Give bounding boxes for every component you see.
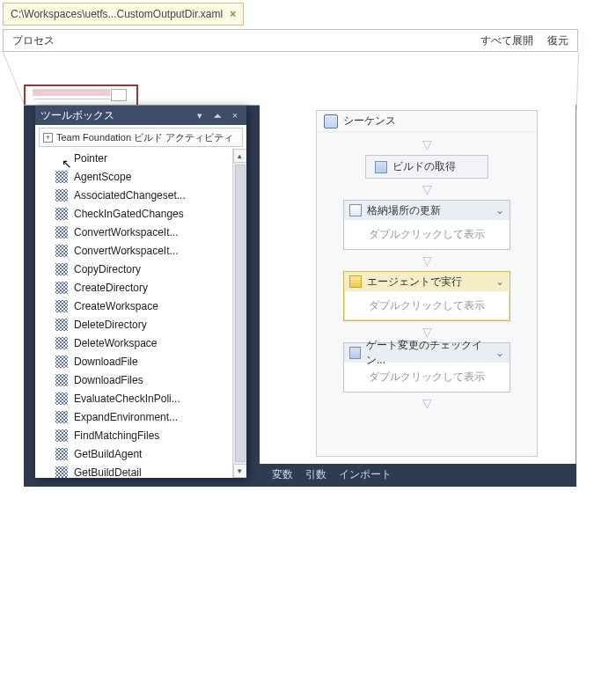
toolbox-group-header[interactable]: + Team Foundation ビルド アクティビティ <box>39 128 243 147</box>
activity-icon <box>55 410 69 424</box>
pin-icon[interactable]: ⏶ <box>211 110 224 121</box>
chevron-down-icon[interactable]: ⌄ <box>495 275 504 288</box>
toolbox-item[interactable]: CreateWorkspace <box>35 297 232 315</box>
sequence-label: シーケンス <box>343 114 396 128</box>
close-icon[interactable]: × <box>229 110 241 121</box>
activity-label: 格納場所の更新 <box>367 203 441 218</box>
connector-line <box>576 52 579 111</box>
toolbox-titlebar[interactable]: ツールボックス ▾ ⏶ × <box>35 106 246 125</box>
connector-arrow-icon: ▽ <box>422 182 432 196</box>
expand-icon[interactable]: + <box>43 133 53 143</box>
close-tab-icon[interactable]: × <box>230 8 236 20</box>
tab-variables[interactable]: 変数 <box>272 467 293 482</box>
connector-arrow-icon: ▽ <box>422 253 432 268</box>
toolbox-title-label: ツールボックス <box>40 108 114 123</box>
sequence-container[interactable]: シーケンス ▽ ビルドの取得 ▽ 格納場所の更新 ⌄ ダブルクリックして表示 ▽ <box>316 110 538 457</box>
toolbox-item[interactable]: CopyDirectory <box>35 260 232 278</box>
activity-hint: ダブルクリックして表示 <box>344 220 510 249</box>
activity-label: エージェントで実行 <box>367 275 462 290</box>
toolbox-item-label: AgentScope <box>74 171 131 183</box>
connector-arrow-icon: ▽ <box>422 325 432 339</box>
activity-icon <box>55 225 69 239</box>
document-tab[interactable]: C:\Workspaces\uetfs...CustomOutputDir.xa… <box>3 3 244 26</box>
toolbox-item-label: ExpandEnvironment... <box>74 411 178 423</box>
toolbox-scrollbar[interactable]: ▴ ▾ <box>232 149 246 478</box>
activity-icon <box>55 447 69 461</box>
activity-icon <box>55 170 69 184</box>
toolbox-item-label: CheckInGatedChanges <box>74 208 184 220</box>
toolbox-item-label: AssociatedChangeset... <box>74 189 186 202</box>
expand-all-button[interactable]: すべて展開 <box>480 33 533 48</box>
toolbox-item-label: Pointer <box>74 152 107 165</box>
document-tab-filename: C:\Workspaces\uetfs...CustomOutputDir.xa… <box>11 8 223 20</box>
activity-get-build[interactable]: ビルドの取得 <box>365 155 488 179</box>
toolbox-item[interactable]: Pointer <box>35 149 232 167</box>
toolbox-item-label: DeleteWorkspace <box>74 337 158 349</box>
activity-icon <box>349 204 362 216</box>
toolbox-item[interactable]: DeleteWorkspace <box>35 334 232 352</box>
mini-preview <box>24 84 138 106</box>
activity-storage-update[interactable]: 格納場所の更新 ⌄ ダブルクリックして表示 <box>343 200 510 250</box>
scroll-up-icon[interactable]: ▴ <box>233 149 247 163</box>
toolbox-item-label: ConvertWorkspaceIt... <box>74 226 179 238</box>
toolbox-group-label: Team Foundation ビルド アクティビティ <box>56 131 233 144</box>
toolbox-item[interactable]: AssociatedChangeset... <box>35 186 232 204</box>
toolbox-item[interactable]: DeleteDirectory <box>35 315 232 334</box>
toolbox-item[interactable]: GetBuildAgent <box>35 444 232 463</box>
activity-icon <box>55 244 69 258</box>
activity-icon <box>55 262 69 276</box>
toolbox-item[interactable]: DownloadFiles <box>35 371 232 389</box>
toolbox-item[interactable]: CheckInGatedChanges <box>35 204 232 223</box>
toolbox-item-label: GetBuildAgent <box>74 448 142 460</box>
toolbox-item[interactable]: DownloadFile <box>35 352 232 371</box>
pointer-icon <box>55 151 69 165</box>
activity-icon <box>55 392 69 406</box>
activity-gate-checkin[interactable]: ゲート変更のチェックイン... ⌄ ダブルクリックして表示 <box>343 342 510 393</box>
chevron-down-icon[interactable]: ⌄ <box>495 347 504 359</box>
dropdown-icon[interactable]: ▾ <box>194 110 206 121</box>
toolbox-item[interactable]: EvaluateCheckInPoli... <box>35 389 232 407</box>
tab-arguments[interactable]: 引数 <box>305 467 326 482</box>
activity-icon <box>55 299 69 313</box>
designer-bottom-tabs: 変数 引数 インポート <box>260 464 576 485</box>
scroll-down-icon[interactable]: ▾ <box>233 464 247 478</box>
scroll-thumb[interactable] <box>235 165 246 462</box>
sequence-header[interactable]: シーケンス <box>317 111 537 132</box>
toolbox-item-label: ConvertWorkspaceIt... <box>74 245 179 257</box>
toolbox-items-list: PointerAgentScopeAssociatedChangeset...C… <box>35 149 232 478</box>
activity-agent-run[interactable]: エージェントで実行 ⌄ ダブルクリックして表示 <box>343 271 510 321</box>
toolbox-item-label: CopyDirectory <box>74 263 141 275</box>
chevron-down-icon[interactable]: ⌄ <box>495 204 504 216</box>
activity-icon <box>349 275 362 288</box>
activity-icon <box>55 207 69 221</box>
toolbox-item[interactable]: FindMatchingFiles <box>35 426 232 444</box>
activity-hint: ダブルクリックして表示 <box>344 363 510 392</box>
activity-icon <box>55 466 69 479</box>
process-label[interactable]: プロセス <box>12 33 55 48</box>
activity-icon <box>55 318 69 332</box>
sequence-icon <box>324 114 338 128</box>
activity-hint: ダブルクリックして表示 <box>344 291 510 320</box>
activity-icon <box>55 429 69 443</box>
toolbox-item[interactable]: CreateDirectory <box>35 278 232 297</box>
workflow-canvas[interactable]: シーケンス ▽ ビルドの取得 ▽ 格納場所の更新 ⌄ ダブルクリックして表示 ▽ <box>260 105 576 464</box>
toolbox-item-label: CreateWorkspace <box>74 300 158 312</box>
toolbox-item[interactable]: ConvertWorkspaceIt... <box>35 223 232 241</box>
toolbox-item-label: GetBuildDetail <box>74 466 142 479</box>
activity-icon <box>349 347 361 359</box>
toolbox-item-label: EvaluateCheckInPoli... <box>74 393 180 405</box>
toolbox-item[interactable]: GetBuildDetail <box>35 463 232 478</box>
restore-button[interactable]: 復元 <box>547 33 568 48</box>
activity-icon <box>55 355 69 369</box>
activity-icon <box>55 373 69 387</box>
activity-icon <box>55 188 69 202</box>
toolbox-item[interactable]: ExpandEnvironment... <box>35 407 232 426</box>
toolbox-item-label: CreateDirectory <box>74 282 148 294</box>
tab-imports[interactable]: インポート <box>339 467 392 482</box>
connector-arrow-icon: ▽ <box>422 137 432 151</box>
activity-icon <box>375 161 387 173</box>
toolbox-item-label: DownloadFiles <box>74 374 143 386</box>
toolbox-item[interactable]: ConvertWorkspaceIt... <box>35 241 232 260</box>
activity-icon <box>55 281 69 295</box>
connector-arrow-icon: ▽ <box>422 396 432 410</box>
